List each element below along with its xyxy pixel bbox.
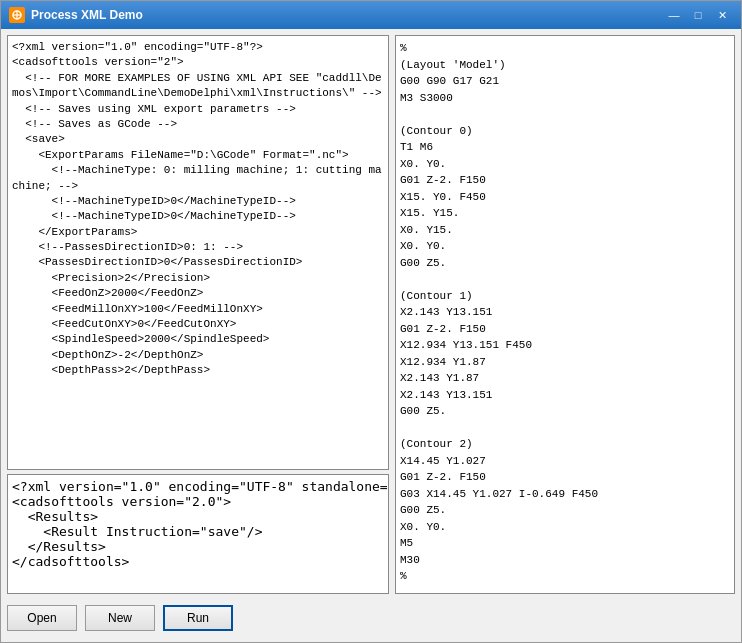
app-icon (9, 7, 25, 23)
gcode-output: % (Layout 'Model') G00 G90 G17 G21 M3 S3… (400, 40, 730, 585)
title-bar: Process XML Demo — □ ✕ (1, 1, 741, 29)
main-panels: <?xml version="1.0" encoding="UTF-8"?> <… (7, 35, 735, 594)
xml-editor-top[interactable]: <?xml version="1.0" encoding="UTF-8"?> <… (7, 35, 389, 470)
open-button[interactable]: Open (7, 605, 77, 631)
xml-content-bottom: <?xml version="1.0" encoding="UTF-8" sta… (12, 479, 384, 569)
content-area: <?xml version="1.0" encoding="UTF-8"?> <… (1, 29, 741, 642)
gcode-result: % (Layout 'Model') G00 G90 G17 G21 M3 S3… (400, 40, 730, 585)
title-bar-left: Process XML Demo (9, 7, 143, 23)
run-button[interactable]: Run (163, 605, 233, 631)
close-button[interactable]: ✕ (711, 6, 733, 24)
minimize-button[interactable]: — (663, 6, 685, 24)
button-bar: Open New Run (7, 600, 735, 636)
window-controls: — □ ✕ (663, 6, 733, 24)
xml-editor-bottom[interactable]: <?xml version="1.0" encoding="UTF-8" sta… (7, 474, 389, 594)
xml-content-top: <?xml version="1.0" encoding="UTF-8"?> <… (12, 40, 384, 379)
left-panel: <?xml version="1.0" encoding="UTF-8"?> <… (7, 35, 389, 594)
maximize-button[interactable]: □ (687, 6, 709, 24)
new-button[interactable]: New (85, 605, 155, 631)
main-window: Process XML Demo — □ ✕ <?xml version="1.… (0, 0, 742, 643)
window-title: Process XML Demo (31, 8, 143, 22)
right-panel[interactable]: % (Layout 'Model') G00 G90 G17 G21 M3 S3… (395, 35, 735, 594)
